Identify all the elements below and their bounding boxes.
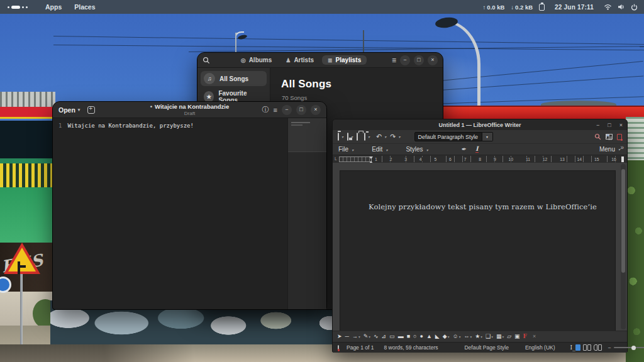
shape-tool-icon[interactable]: →▾ xyxy=(352,334,360,339)
paste-icon[interactable] xyxy=(364,133,365,140)
document-page[interactable]: Kolejny przykładowy tekst pisany tym raz… xyxy=(340,171,615,331)
horizontal-ruler[interactable]: L 12345678910111213141516 xyxy=(333,155,627,163)
shape-tool-icon[interactable]: ⇔▾ xyxy=(464,334,472,339)
shape-tool-icon[interactable]: ★▾ xyxy=(475,334,482,339)
close-button[interactable]: × xyxy=(619,122,623,128)
chevron-down-icon[interactable]: ▾ xyxy=(368,134,370,139)
vertical-scrollbar[interactable] xyxy=(621,164,626,329)
redo-icon[interactable]: ↷ xyxy=(390,133,396,140)
new-tab-button[interactable] xyxy=(87,106,95,114)
menu-icon[interactable]: ≡ xyxy=(274,106,277,114)
minimap[interactable] xyxy=(287,118,326,309)
shape-tool-icon[interactable]: ▲▾ xyxy=(426,334,432,339)
writer-workspace: Kolejny przykładowy tekst pisany tym raz… xyxy=(333,163,627,331)
volume-icon[interactable] xyxy=(618,4,625,10)
insert-table-icon[interactable] xyxy=(606,134,613,140)
clipboard-icon[interactable] xyxy=(539,4,545,11)
tab-stop-selector-icon[interactable]: L xyxy=(335,156,337,161)
clock[interactable]: 22 Jun 17:11 xyxy=(555,4,594,11)
open-button[interactable]: Open▾ xyxy=(58,106,80,114)
hamburger-menu[interactable]: Menu▾ xyxy=(599,146,621,153)
chevron-down-icon[interactable]: ▾ xyxy=(384,134,386,139)
editor-text-area[interactable]: 1Witajcie na Kontrabandzie, przybysze! xyxy=(53,118,326,309)
shape-tool-icon[interactable]: ■▾ xyxy=(407,334,410,339)
editor-header-bar: Open▾ •Witajcie na Kontrabandzie Draft ⓘ… xyxy=(53,102,326,118)
text-language[interactable]: English (UK) xyxy=(525,344,555,351)
shape-tool-icon[interactable]: ▱▾ xyxy=(507,334,511,339)
close-button[interactable]: × xyxy=(428,55,438,65)
find-replace-icon[interactable] xyxy=(594,133,601,140)
shape-tool-icon[interactable]: ▬▾ xyxy=(398,334,404,339)
shape-tool-icon[interactable]: ▣▾ xyxy=(514,334,520,339)
chevron-down-icon: ▾ xyxy=(78,107,80,112)
edit-menu[interactable]: Edit▾ xyxy=(372,146,387,153)
clone-formatting-icon[interactable]: ✒ xyxy=(462,146,467,153)
shape-tool-icon[interactable]: ✎▾ xyxy=(364,334,370,339)
maximize-button[interactable]: □ xyxy=(414,55,424,65)
page-style[interactable]: Default Page Style xyxy=(464,344,508,351)
book-view-icon[interactable] xyxy=(594,344,602,351)
maximize-button[interactable]: □ xyxy=(608,122,611,128)
sidebar-playlist-item[interactable]: ♫All Songs xyxy=(201,71,267,86)
undo-icon[interactable]: ↶ xyxy=(376,133,382,140)
shape-tool-icon[interactable]: ─▾ xyxy=(345,334,349,339)
styles-menu[interactable]: Styles▾ xyxy=(406,146,428,153)
indent-marker-icon[interactable] xyxy=(369,156,373,161)
single-page-view-icon[interactable] xyxy=(575,344,580,351)
modified-indicator-icon[interactable] xyxy=(338,345,339,351)
music-tab[interactable]: ≣Playlists xyxy=(322,55,367,65)
music-tab[interactable]: ♟Artists xyxy=(280,55,319,65)
zoom-handle[interactable] xyxy=(631,346,636,350)
shape-tool-icon[interactable]: F▾ xyxy=(523,334,527,339)
shape-tool-icon[interactable]: ⊿▾ xyxy=(382,334,387,339)
minimize-button[interactable]: − xyxy=(282,105,292,115)
save-icon[interactable] xyxy=(347,133,348,140)
warning-sign-face xyxy=(8,248,36,272)
minimize-button[interactable]: − xyxy=(596,122,599,128)
power-icon[interactable] xyxy=(631,4,638,11)
shape-tool-icon[interactable]: ▦▾ xyxy=(496,334,504,339)
zoom-out-icon[interactable]: − xyxy=(608,344,611,351)
open-icon[interactable] xyxy=(338,133,339,140)
track-changes-icon[interactable] xyxy=(617,134,622,140)
combobox-dropdown-button[interactable]: ▾ xyxy=(482,132,493,141)
shape-tool-icon[interactable]: ❑▾ xyxy=(486,334,493,339)
minimize-button[interactable]: − xyxy=(400,55,410,65)
shape-tool-icon[interactable]: ◆▾ xyxy=(443,334,450,339)
maximize-button[interactable]: □ xyxy=(296,105,306,115)
chevron-down-icon[interactable]: ▾ xyxy=(399,134,401,139)
wifi-icon[interactable] xyxy=(604,4,612,10)
shape-tool-icon[interactable]: ▭▾ xyxy=(389,334,395,339)
places-menu[interactable]: Places xyxy=(68,3,101,11)
shape-tool-icon[interactable]: ×▾ xyxy=(530,334,536,339)
ruler-right-margin-handle[interactable] xyxy=(621,156,624,162)
paragraph-style-combobox[interactable]: Default Paragraph Style ▾ xyxy=(414,132,493,141)
info-icon[interactable]: ⓘ xyxy=(262,105,269,114)
word-count[interactable]: 8 words, 59 characters xyxy=(384,344,438,351)
writer-standard-toolbar: ▾ ▾ ▾ ↶▾ ↷▾ Default Paragraph Style ▾ » xyxy=(333,130,627,143)
multi-page-view-icon[interactable] xyxy=(583,344,591,351)
zoom-track[interactable] xyxy=(614,347,644,348)
scrollbar-thumb[interactable] xyxy=(621,169,625,273)
toolbar-overflow-icon[interactable]: » xyxy=(620,144,624,151)
workspace-indicator-icon[interactable] xyxy=(8,6,28,9)
zoom-slider[interactable]: − + xyxy=(608,344,644,351)
menu-icon[interactable]: ≡ xyxy=(392,56,396,65)
apps-menu[interactable]: Apps xyxy=(39,3,68,11)
close-button[interactable]: × xyxy=(311,105,321,115)
shape-tool-icon[interactable]: ○▾ xyxy=(413,334,416,339)
page-count[interactable]: Page 1 of 1 xyxy=(347,344,374,351)
shape-tool-icon[interactable]: ☺▾ xyxy=(452,334,460,339)
insert-mode-icon[interactable]: I_ xyxy=(570,344,575,351)
chevron-down-icon[interactable]: ▾ xyxy=(341,134,343,139)
clear-formatting-icon[interactable]: I xyxy=(475,146,479,153)
file-menu[interactable]: File▾ xyxy=(338,146,353,153)
print-icon[interactable] xyxy=(357,133,358,140)
music-tab[interactable]: ◎Albums xyxy=(235,55,278,65)
upload-arrow-icon: ↑ xyxy=(483,4,486,11)
search-icon[interactable] xyxy=(203,57,210,64)
shape-tool-icon[interactable]: ●▾ xyxy=(420,334,423,339)
shape-tool-icon[interactable]: ➤▾ xyxy=(337,334,342,339)
shape-tool-icon[interactable]: ◣▾ xyxy=(435,334,440,339)
shape-tool-icon[interactable]: ∿▾ xyxy=(374,334,379,339)
